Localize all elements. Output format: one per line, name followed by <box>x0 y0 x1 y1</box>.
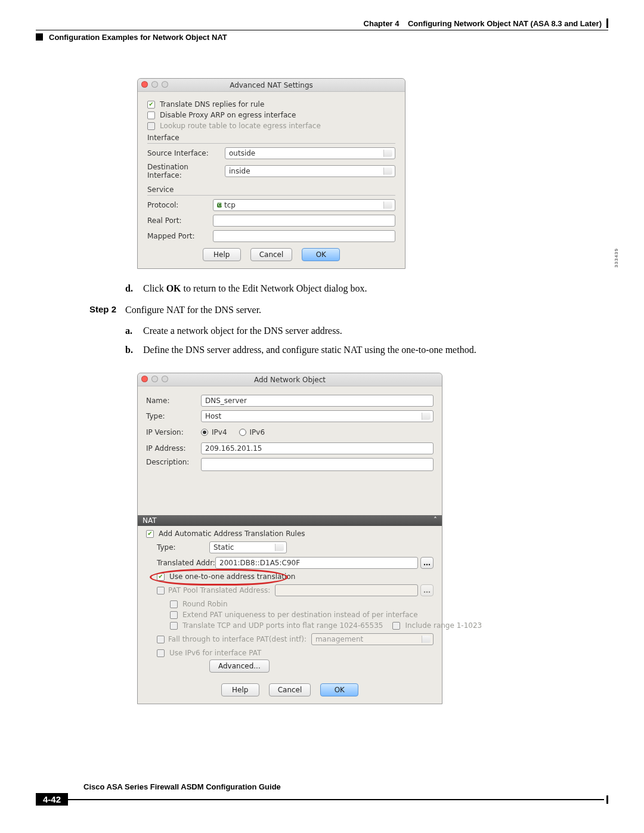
dialog-title: Advanced NAT Settings <box>230 81 313 89</box>
name-input[interactable]: DNS_server <box>201 395 434 407</box>
source-interface-select[interactable]: outside <box>225 147 395 159</box>
header-rule <box>36 30 608 30</box>
header-bar-icon <box>606 18 608 28</box>
step2-label: Step 2 <box>89 304 125 317</box>
one-to-one-checkbox[interactable] <box>157 573 165 581</box>
description-label: Description: <box>146 458 201 466</box>
mapped-port-input[interactable] <box>213 230 395 242</box>
step-b-text: Define the DNS server address, and confi… <box>143 343 608 357</box>
real-port-input[interactable] <box>213 215 395 227</box>
destination-interface-label: Destination Interface: <box>147 163 225 179</box>
round-robin-checkbox <box>170 600 178 608</box>
mapped-port-label: Mapped Port: <box>147 232 213 240</box>
interface-section-label: Interface <box>147 134 395 144</box>
ipv6-pat-checkbox <box>157 649 165 657</box>
footer-rule <box>68 799 604 800</box>
pat-pool-label: PAT Pool Translated Address: <box>168 586 270 594</box>
browse-button[interactable]: … <box>420 557 434 569</box>
tcp-icon: TCP <box>217 203 222 208</box>
pat-pool-browse-button: … <box>420 584 434 596</box>
flat-range-checkbox <box>170 622 178 630</box>
ipv6-radio[interactable] <box>239 429 246 436</box>
add-network-object-dialog: Add Network Object Name: DNS_server Type… <box>137 373 442 704</box>
protocol-label: Protocol: <box>147 201 213 209</box>
help-button[interactable]: Help <box>203 248 241 261</box>
translate-dns-label: Translate DNS replies for rule <box>160 100 264 109</box>
ipv4-radio[interactable] <box>201 429 208 436</box>
ok-button[interactable]: OK <box>320 683 358 696</box>
ipv6-label: IPv6 <box>250 428 265 436</box>
figure-id-tag: 333439 <box>614 248 619 268</box>
nat-section-header[interactable]: NAT ˆ <box>138 515 442 526</box>
translated-addr-label: Translated Addr: <box>157 559 215 567</box>
zoom-icon <box>162 81 168 88</box>
pat-pool-input <box>275 584 418 596</box>
fallthrough-select: management <box>311 633 434 645</box>
cancel-button[interactable]: Cancel <box>250 248 293 261</box>
page-number: 4-42 <box>36 793 68 806</box>
type-label: Type: <box>146 412 201 420</box>
service-section-label: Service <box>147 185 395 196</box>
footer-tick-icon <box>606 795 608 804</box>
zoom-icon <box>162 376 168 382</box>
flat-range-label: Translate TCP and UDP ports into flat ra… <box>182 621 383 630</box>
include-range-checkbox <box>392 622 400 630</box>
advanced-nat-dialog: Advanced NAT Settings Translate DNS repl… <box>137 78 405 269</box>
cancel-button[interactable]: Cancel <box>269 683 311 696</box>
footer-guide-title: Cisco ASA Series Firewall ASDM Configura… <box>83 782 608 791</box>
list-marker-a: a. <box>125 324 143 337</box>
step2-text: Configure NAT for the DNS server. <box>125 304 608 317</box>
close-icon[interactable] <box>141 81 148 88</box>
dialog-title: Add Network Object <box>254 376 326 384</box>
close-icon[interactable] <box>141 376 148 382</box>
ipv6-pat-label: Use IPv6 for interface PAT <box>169 649 261 657</box>
nat-type-label: Type: <box>157 543 209 552</box>
ip-version-label: IP Version: <box>146 428 201 436</box>
description-input[interactable] <box>201 458 434 471</box>
pat-pool-checkbox <box>157 587 165 594</box>
extend-pat-label: Extend PAT uniqueness to per destination… <box>182 611 418 619</box>
ok-button[interactable]: OK <box>302 248 340 261</box>
disable-proxy-arp-checkbox[interactable] <box>147 112 155 119</box>
ip-address-input[interactable]: 209.165.201.15 <box>201 442 434 454</box>
destination-interface-select[interactable]: inside <box>225 165 395 177</box>
fallthrough-checkbox <box>157 636 165 643</box>
section-title: Configuration Examples for Network Objec… <box>49 33 227 42</box>
step-a-text: Create a network object for the DNS serv… <box>143 324 608 337</box>
chapter-title: Configuring Network Object NAT (ASA 8.3 … <box>408 19 602 28</box>
translated-addr-input[interactable]: 2001:DB8::D1A5:C90F <box>215 557 418 569</box>
lookup-route-label: Lookup route table to locate egress inte… <box>160 122 321 130</box>
minimize-icon <box>151 376 158 382</box>
auto-rules-checkbox[interactable] <box>146 530 154 538</box>
collapse-icon[interactable]: ˆ <box>434 516 437 525</box>
name-label: Name: <box>146 397 201 405</box>
section-marker-icon <box>36 33 43 41</box>
nat-type-select[interactable]: Static <box>209 541 287 553</box>
minimize-icon <box>151 81 158 88</box>
chapter-prefix: Chapter 4 <box>364 19 400 28</box>
include-range-label: Include range 1-1023 <box>405 621 482 630</box>
dialog-titlebar: Add Network Object <box>138 373 442 386</box>
step-d-text: Click OK to return to the Edit Network O… <box>143 282 608 295</box>
auto-rules-label: Add Automatic Address Translation Rules <box>159 529 305 538</box>
disable-proxy-arp-label: Disable Proxy ARP on egress interface <box>160 111 296 119</box>
source-interface-label: Source Interface: <box>147 149 225 157</box>
advanced-button[interactable]: Advanced... <box>209 659 270 673</box>
real-port-label: Real Port: <box>147 216 213 225</box>
dialog-titlebar: Advanced NAT Settings <box>138 79 405 92</box>
round-robin-label: Round Robin <box>182 600 227 608</box>
one-to-one-label: Use one-to-one address translation <box>169 572 295 581</box>
fallthrough-label: Fall through to interface PAT(dest intf)… <box>168 635 306 643</box>
type-select[interactable]: Host <box>201 410 434 422</box>
ip-address-label: IP Address: <box>146 444 201 453</box>
help-button[interactable]: Help <box>221 683 259 696</box>
list-marker-b: b. <box>125 343 143 357</box>
extend-pat-checkbox <box>170 611 178 619</box>
protocol-select[interactable]: TCPtcp <box>213 199 395 211</box>
list-marker-d: d. <box>125 282 143 295</box>
ipv4-label: IPv4 <box>212 428 227 436</box>
lookup-route-checkbox <box>147 122 155 130</box>
translate-dns-checkbox[interactable] <box>147 101 155 109</box>
